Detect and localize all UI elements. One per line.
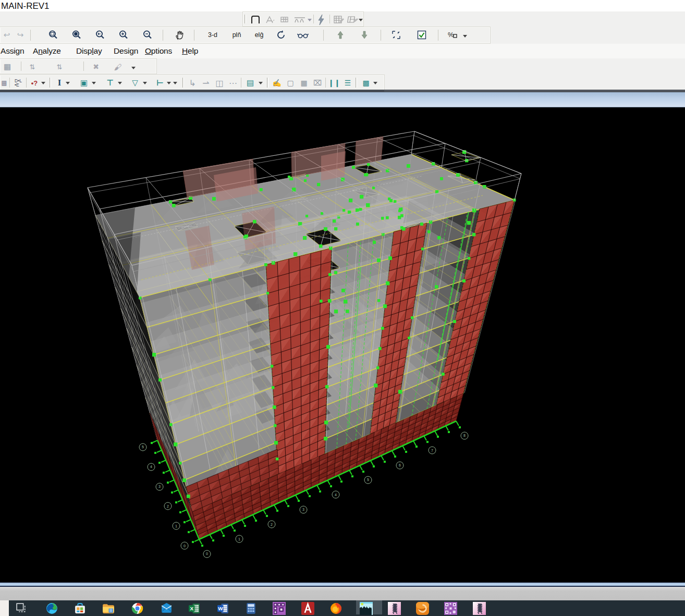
svg-text:2: 2	[167, 504, 169, 508]
svg-text:2: 2	[271, 523, 273, 526]
svg-text:1: 1	[175, 524, 177, 528]
svg-text:3: 3	[302, 508, 304, 511]
svg-text:4: 4	[150, 465, 152, 469]
svg-text:0: 0	[206, 552, 208, 556]
svg-text:X: X	[190, 606, 194, 611]
svg-text:5: 5	[142, 445, 144, 449]
svg-text:1: 1	[238, 537, 240, 541]
svg-text:%: %	[448, 31, 454, 39]
svg-text:6: 6	[399, 463, 401, 467]
svg-text:3: 3	[158, 485, 161, 488]
svg-text:5: 5	[367, 478, 369, 482]
svg-text:8: 8	[463, 434, 466, 437]
svg-text:4: 4	[335, 493, 337, 497]
svg-text:0: 0	[184, 544, 186, 548]
svg-text:7: 7	[431, 449, 433, 452]
svg-text:W: W	[218, 606, 223, 611]
